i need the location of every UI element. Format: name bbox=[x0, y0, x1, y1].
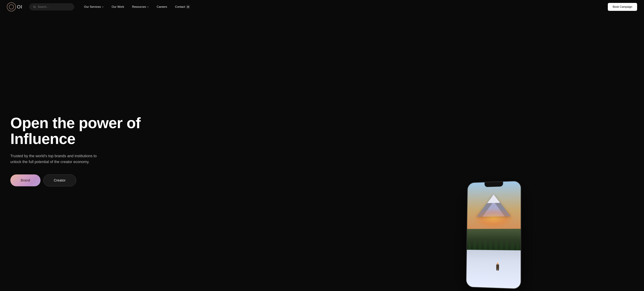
chevron-down-icon-resources: ▼ bbox=[147, 6, 149, 8]
nav-link-careers[interactable]: Careers bbox=[154, 3, 170, 10]
person-legs bbox=[496, 268, 499, 271]
hero-title: Open the power of Influence bbox=[10, 115, 353, 147]
hero-phone-visual bbox=[353, 14, 634, 291]
nav-link-services[interactable]: Our Services ▼ bbox=[81, 3, 107, 10]
nav-link-contact[interactable]: Contact OI bbox=[172, 3, 193, 10]
hero-content: Open the power of Influence Trusted by t… bbox=[10, 14, 353, 291]
mountain-glow bbox=[472, 208, 515, 229]
brand-button[interactable]: Brand bbox=[10, 174, 40, 186]
phone-screen bbox=[466, 181, 520, 289]
hero-subtitle: Trusted by the world's top brands and in… bbox=[10, 153, 107, 165]
search-bar[interactable] bbox=[29, 3, 74, 10]
hero-section: Open the power of Influence Trusted by t… bbox=[0, 14, 644, 291]
mountain-snow bbox=[487, 194, 500, 203]
search-icon bbox=[33, 5, 36, 8]
book-campaign-button[interactable]: Book Campaign bbox=[608, 3, 637, 11]
creator-button[interactable]: Creator bbox=[43, 174, 76, 186]
navbar: OI Our Services ▼ Our Work Resources ▼ C… bbox=[0, 0, 644, 14]
hero-cta-buttons: Brand Creator bbox=[10, 174, 353, 186]
logo[interactable]: OI bbox=[7, 2, 22, 11]
nav-link-work[interactable]: Our Work bbox=[108, 3, 127, 10]
search-input[interactable] bbox=[38, 5, 70, 8]
svg-line-1 bbox=[35, 7, 36, 8]
phone-mockup bbox=[466, 181, 521, 289]
person-silhouette bbox=[496, 263, 499, 271]
nav-links: Our Services ▼ Our Work Resources ▼ Care… bbox=[81, 3, 608, 10]
contact-brand-icon: OI bbox=[186, 5, 190, 9]
phone-notch bbox=[484, 182, 503, 187]
nav-link-resources[interactable]: Resources ▼ bbox=[129, 3, 152, 10]
snow-ground bbox=[466, 250, 520, 289]
logo-text: OI bbox=[17, 4, 22, 10]
svg-point-0 bbox=[34, 6, 35, 8]
chevron-down-icon: ▼ bbox=[102, 6, 104, 8]
logo-circle bbox=[7, 2, 16, 11]
